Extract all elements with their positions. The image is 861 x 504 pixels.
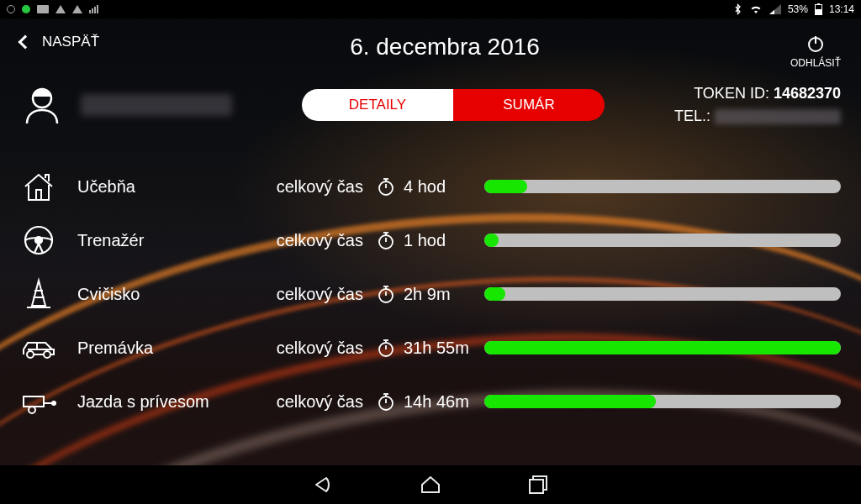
list-item: Cvičisko celkový čas 2h 9m xyxy=(20,267,841,321)
svg-rect-2 xyxy=(815,9,821,15)
row-name: Jazda s prívesom xyxy=(77,392,262,412)
tab-switcher: DETAILY SUMÁR xyxy=(302,89,605,121)
bluetooth-icon xyxy=(733,3,742,15)
back-label: NASPÄŤ xyxy=(42,34,99,50)
summary-list: Učebňa celkový čas 4 hod Trenažér celkov… xyxy=(0,144,861,428)
status-time: 13:14 xyxy=(829,3,854,15)
svg-point-24 xyxy=(27,351,34,358)
battery-percent: 53% xyxy=(788,3,808,15)
user-name xyxy=(81,94,232,116)
battery-icon xyxy=(815,3,822,15)
row-value: 4 hod xyxy=(404,177,479,197)
trailer-icon xyxy=(20,383,57,420)
power-icon xyxy=(806,34,826,54)
list-item: Trenažér celkový čas 1 hod xyxy=(20,213,841,267)
progress-bar xyxy=(484,395,841,408)
tab-detaily[interactable]: DETAILY xyxy=(302,89,453,121)
list-item: Jazda s prívesom celkový čas 14h 46m xyxy=(20,375,841,428)
wifi-icon xyxy=(749,4,763,14)
list-item: Učebňa celkový čas 4 hod xyxy=(20,160,841,213)
token-label: TOKEN ID: xyxy=(694,85,769,102)
row-name: Premávka xyxy=(77,339,262,358)
progress-bar xyxy=(484,234,841,247)
tab-sumar[interactable]: SUMÁR xyxy=(453,89,605,121)
stopwatch-icon xyxy=(377,285,395,303)
cell-signal-icon xyxy=(769,4,781,14)
stopwatch-icon xyxy=(377,339,395,357)
progress-bar xyxy=(484,341,841,354)
nav-bar xyxy=(0,465,861,504)
status-warning-icon xyxy=(55,5,66,13)
svg-rect-41 xyxy=(530,480,543,493)
row-time-label: celkový čas xyxy=(262,177,363,197)
row-value: 1 hod xyxy=(404,231,479,250)
tel-label: TEL.: xyxy=(674,108,710,124)
row-value: 14h 46m xyxy=(404,392,479,412)
page-title: 6. decembra 2016 xyxy=(99,34,790,60)
chevron-left-icon xyxy=(18,35,33,50)
status-dot-icon xyxy=(22,5,30,13)
list-item: Premávka celkový čas 31h 55m xyxy=(20,321,841,375)
status-card-icon xyxy=(37,5,49,13)
avatar xyxy=(20,83,64,127)
row-value: 31h 55m xyxy=(404,339,479,358)
logout-button[interactable]: ODHLÁSIŤ xyxy=(790,34,841,69)
token-info: TOKEN ID: 14682370 TEL.: xyxy=(674,82,841,128)
row-time-label: celkový čas xyxy=(262,339,363,358)
logout-label: ODHLÁSIŤ xyxy=(790,57,841,69)
svg-rect-6 xyxy=(36,190,41,200)
svg-rect-33 xyxy=(24,396,44,407)
status-warning-icon xyxy=(72,5,82,13)
status-signal-icon xyxy=(89,5,98,13)
svg-point-25 xyxy=(44,351,50,358)
status-icon xyxy=(7,5,15,13)
row-time-label: celkový čas xyxy=(262,392,363,412)
progress-bar xyxy=(484,287,841,301)
row-name: Trenažér xyxy=(77,231,262,250)
row-value: 2h 9m xyxy=(404,285,479,304)
steering-wheel-icon xyxy=(20,222,57,259)
stopwatch-icon xyxy=(377,231,395,249)
house-icon xyxy=(20,168,57,205)
status-bar: 53% 13:14 xyxy=(0,0,861,18)
back-button[interactable]: NASPÄŤ xyxy=(20,34,99,50)
tel-value xyxy=(715,109,841,124)
token-value: 14682370 xyxy=(774,85,841,102)
stopwatch-icon xyxy=(377,177,395,196)
svg-point-36 xyxy=(52,402,55,405)
car-icon xyxy=(20,329,57,366)
row-name: Učebňa xyxy=(77,177,262,197)
stopwatch-icon xyxy=(377,392,395,411)
row-time-label: celkový čas xyxy=(262,231,363,250)
row-time-label: celkový čas xyxy=(262,285,363,304)
svg-point-34 xyxy=(29,407,35,413)
nav-recent-button[interactable] xyxy=(526,473,550,496)
progress-bar xyxy=(484,180,841,193)
traffic-cone-icon xyxy=(20,276,57,312)
nav-home-button[interactable] xyxy=(419,473,442,496)
row-name: Cvičisko xyxy=(77,285,262,304)
nav-back-button[interactable] xyxy=(311,473,335,496)
